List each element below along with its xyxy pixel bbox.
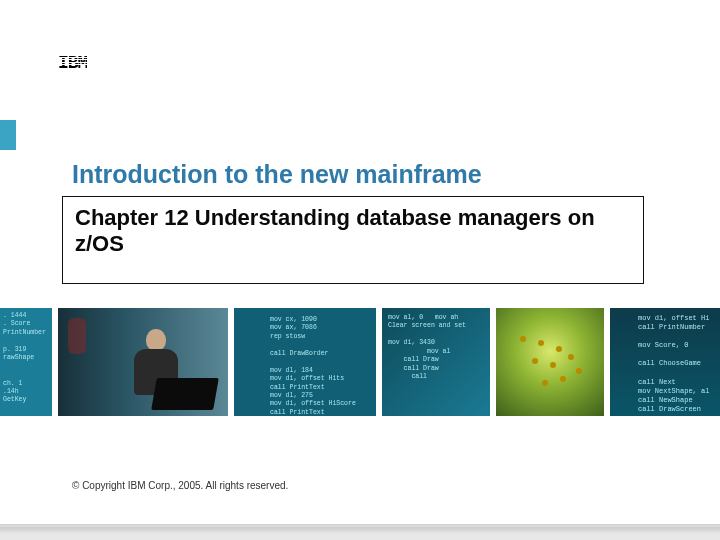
copyright-text: © Copyright IBM Corp., 2005. All rights … (72, 480, 288, 491)
strip-tile-code-dark: mov al, 0 mov ah Clear screen and set mo… (382, 308, 490, 416)
slide: IBM Introduction to the new mainframe Ch… (0, 0, 720, 527)
image-strip: . 1444 . Score PrintNumber p. 319 rawSha… (0, 308, 720, 416)
laptop-shape (151, 378, 219, 410)
strip-tile-code-left: . 1444 . Score PrintNumber p. 319 rawSha… (0, 308, 52, 416)
slide-title: Introduction to the new mainframe (72, 160, 482, 189)
ibm-logo: IBM (58, 54, 87, 72)
strip-tile-chip-closeup (496, 308, 604, 416)
chapter-title: Chapter 12 Understanding database manage… (75, 205, 631, 258)
accent-bar (0, 120, 16, 150)
background-figure (68, 318, 86, 354)
strip-tile-code-right: mov di, offset Hi call PrintNumber mov S… (610, 308, 720, 416)
slide-shadow (0, 524, 720, 534)
chapter-box: Chapter 12 Understanding database manage… (62, 196, 644, 284)
strip-tile-photo-person (58, 308, 228, 416)
strip-tile-code-center: mov cx, 1090 mov ax, 7086 rep stosw call… (234, 308, 376, 416)
